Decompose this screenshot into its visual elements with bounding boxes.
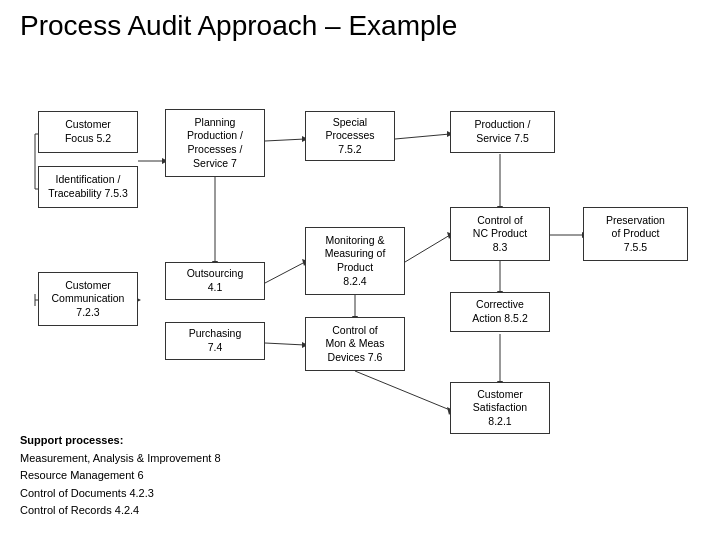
box-corrective: Corrective Action 8.5.2 [450, 292, 550, 332]
svg-line-21 [265, 262, 305, 283]
svg-line-23 [265, 343, 305, 345]
box-outsourcing: Outsourcing 4.1 [165, 262, 265, 300]
svg-line-29 [355, 371, 450, 410]
support-item-4: Control of Records 4.2.4 [20, 502, 700, 520]
box-production: Production / Service 7.5 [450, 111, 555, 153]
box-customer-comm: Customer Communication 7.2.3 [38, 272, 138, 326]
box-identification: Identification / Traceability 7.5.3 [38, 166, 138, 208]
box-monitoring: Monitoring & Measuring of Product 8.2.4 [305, 227, 405, 295]
svg-line-6 [265, 139, 305, 141]
box-purchasing: Purchasing 7.4 [165, 322, 265, 360]
box-customer-focus: Customer Focus 5.2 [38, 111, 138, 153]
svg-line-27 [405, 235, 450, 262]
support-item-3: Control of Documents 4.2.3 [20, 485, 700, 503]
support-item-1: Measurement, Analysis & Improvement 8 [20, 450, 700, 468]
support-section: Support processes: Measurement, Analysis… [20, 432, 700, 520]
box-customer-sat: Customer Satisfaction 8.2.1 [450, 382, 550, 434]
support-label: Support processes: [20, 434, 123, 446]
page-title: Process Audit Approach – Example [20, 10, 700, 42]
svg-line-8 [395, 134, 450, 139]
box-control-nc: Control of NC Product 8.3 [450, 207, 550, 261]
page: Process Audit Approach – Example [0, 0, 720, 540]
box-control-mon: Control of Mon & Meas Devices 7.6 [305, 317, 405, 371]
box-preservation: Preservation of Product 7.5.5 [583, 207, 688, 261]
box-special: Special Processes 7.5.2 [305, 111, 395, 161]
diagram-area: Customer Focus 5.2 Identification / Trac… [20, 54, 700, 424]
box-planning: Planning Production / Processes / Servic… [165, 109, 265, 177]
support-item-2: Resource Management 6 [20, 467, 700, 485]
